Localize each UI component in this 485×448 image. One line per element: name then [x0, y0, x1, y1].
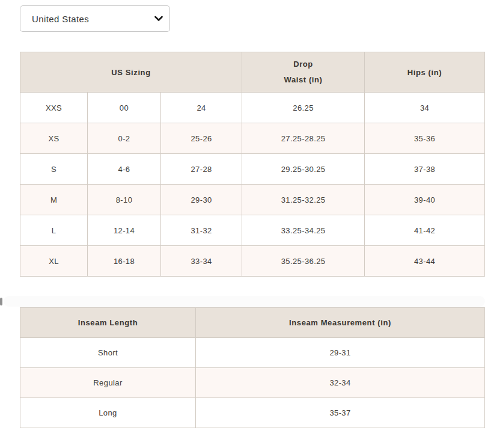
table-cell: 8-10	[88, 185, 161, 215]
horizontal-scrollbar-thumb[interactable]	[0, 298, 2, 305]
inseam-table: Inseam Length Inseam Measurement (in) Sh…	[20, 307, 485, 428]
table-cell: 26.25	[242, 93, 365, 123]
table-cell: 29.25-30.25	[242, 154, 365, 185]
table-cell: 34	[365, 93, 485, 123]
table-cell: 35-36	[365, 123, 485, 154]
table-row: XL 16-18 33-34 35.25-36.25 43-44	[20, 246, 485, 277]
horizontal-scrollbar-track[interactable]	[4, 296, 485, 307]
table-row: Long 35-37	[20, 398, 485, 428]
table-cell: 25-26	[161, 123, 242, 154]
inseam-length-header: Inseam Length	[20, 308, 196, 338]
table-row: M 8-10 29-30 31.25-32.25 39-40	[20, 185, 485, 215]
size-guide-page: United States US Sizing Drop Waist (in) …	[0, 0, 485, 448]
table-cell: 4-6	[88, 154, 161, 185]
country-select[interactable]: United States	[20, 5, 170, 32]
table-cell: 33.25-34.25	[242, 215, 365, 246]
table-cell: 24	[161, 93, 242, 123]
table-cell: 35.25-36.25	[242, 246, 365, 277]
country-select-wrapper: United States	[20, 5, 170, 32]
table-cell: 31.25-32.25	[242, 185, 365, 215]
table-cell: 43-44	[365, 246, 485, 277]
inseam-measurement-header: Inseam Measurement (in)	[196, 308, 485, 338]
table-cell: 32-34	[196, 368, 485, 398]
table-row: L 12-14 31-32 33.25-34.25 41-42	[20, 215, 485, 246]
table-row: Regular 32-34	[20, 368, 485, 398]
table-row: Short 29-31	[20, 338, 485, 368]
inseam-length-cell: Short	[20, 338, 196, 368]
size-cell: XL	[20, 246, 88, 277]
size-cell: M	[20, 185, 88, 215]
table-cell: 37-38	[365, 154, 485, 185]
size-cell: S	[20, 154, 88, 185]
us-sizing-table: US Sizing Drop Waist (in) Hips (in) XXS …	[20, 52, 485, 277]
table-cell: 27.25-28.25	[242, 123, 365, 154]
inseam-length-cell: Regular	[20, 368, 196, 398]
table-cell: 00	[88, 93, 161, 123]
table-cell: 31-32	[161, 215, 242, 246]
table-cell: 33-34	[161, 246, 242, 277]
table-cell: 35-37	[196, 398, 485, 428]
table-cell: 29-30	[161, 185, 242, 215]
table-cell: 39-40	[365, 185, 485, 215]
table-row: XS 0-2 25-26 27.25-28.25 35-36	[20, 123, 485, 154]
table-cell: 29-31	[196, 338, 485, 368]
drop-waist-header: Drop Waist (in)	[242, 52, 365, 93]
table-cell: 16-18	[88, 246, 161, 277]
sizing-table-header-row: US Sizing Drop Waist (in) Hips (in)	[20, 52, 485, 93]
size-cell: L	[20, 215, 88, 246]
size-cell: XS	[20, 123, 88, 154]
hips-header: Hips (in)	[365, 52, 485, 93]
inseam-table-header-row: Inseam Length Inseam Measurement (in)	[20, 308, 485, 338]
inseam-length-cell: Long	[20, 398, 196, 428]
table-cell: 0-2	[88, 123, 161, 154]
size-cell: XXS	[20, 93, 88, 123]
table-row: S 4-6 27-28 29.25-30.25 37-38	[20, 154, 485, 185]
us-sizing-header: US Sizing	[20, 52, 242, 93]
table-cell: 12-14	[88, 215, 161, 246]
table-row: XXS 00 24 26.25 34	[20, 93, 485, 123]
table-cell: 41-42	[365, 215, 485, 246]
table-cell: 27-28	[161, 154, 242, 185]
